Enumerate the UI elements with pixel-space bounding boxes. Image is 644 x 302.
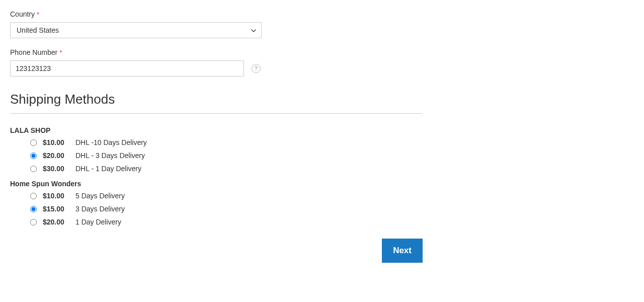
shipping-option-row[interactable]: $10.00DHL -10 Days Delivery <box>30 138 423 146</box>
shipping-radio[interactable] <box>30 206 37 212</box>
shipping-price: $15.00 <box>43 205 75 213</box>
shipping-price: $10.00 <box>43 192 75 200</box>
shipping-methods-title: Shipping Methods <box>10 92 423 107</box>
shipping-method-label: 3 Days Delivery <box>75 205 125 213</box>
vendor-name: Home Spun Wonders <box>10 180 423 188</box>
shipping-method-label: DHL - 3 Days Delivery <box>75 152 145 160</box>
shipping-radio[interactable] <box>30 166 37 172</box>
shipping-option-row[interactable]: $10.005 Days Delivery <box>30 192 423 200</box>
shipping-radio[interactable] <box>30 219 37 225</box>
country-select[interactable]: United States <box>10 22 262 38</box>
shipping-price: $20.00 <box>43 218 75 226</box>
shipping-method-label: 1 Day Delivery <box>75 218 121 226</box>
shipping-option-row[interactable]: $20.001 Day Delivery <box>30 218 423 226</box>
shipping-method-label: 5 Days Delivery <box>75 192 125 200</box>
shipping-price: $30.00 <box>43 165 75 173</box>
shipping-method-label: DHL -10 Days Delivery <box>75 138 147 146</box>
phone-input[interactable] <box>10 60 244 77</box>
vendor-name: LALA SHOP <box>10 126 423 134</box>
shipping-radio[interactable] <box>30 153 37 159</box>
shipping-price: $20.00 <box>43 152 75 160</box>
shipping-method-label: DHL - 1 Day Delivery <box>75 165 141 173</box>
shipping-radio[interactable] <box>30 139 37 146</box>
help-icon[interactable]: ? <box>252 64 261 73</box>
shipping-option-row[interactable]: $30.00DHL - 1 Day Delivery <box>30 165 423 173</box>
shipping-price: $10.00 <box>43 138 75 146</box>
shipping-option-row[interactable]: $20.00DHL - 3 Days Delivery <box>30 152 423 160</box>
next-button[interactable]: Next <box>382 239 423 263</box>
phone-label: Phone Number* <box>10 48 423 56</box>
divider <box>10 113 423 114</box>
country-label: Country* <box>10 10 423 18</box>
shipping-radio[interactable] <box>30 193 37 199</box>
shipping-option-row[interactable]: $15.003 Days Delivery <box>30 205 423 213</box>
